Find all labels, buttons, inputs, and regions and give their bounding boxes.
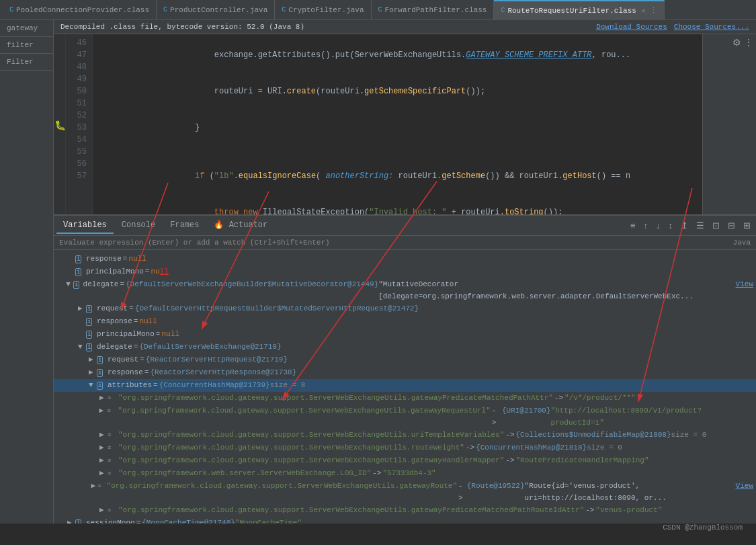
sidebar-item-gateway[interactable]: gateway (0, 20, 53, 37)
icon-attr-logid: ≡ (108, 467, 117, 480)
var-row-attr-route: ▶ ≡ "org.springframework.cloud.gateway.s… (54, 480, 756, 504)
code-line-47: routeUri = URI.create(routeUri.getScheme… (98, 73, 697, 110)
content-area: Decompiled .class file, bytecode version… (54, 20, 756, 523)
var-row-response1: i response = null (54, 253, 756, 265)
var-row-attr-routeid: ▶ ≡ "org.springframework.cloud.gateway.s… (54, 504, 756, 517)
code-content[interactable]: exchange.getAttributes().put(ServerWebEx… (93, 34, 702, 214)
var-row-response3: ▶ i response = {ReactorServerHttpRespons… (54, 366, 756, 379)
debug-btn-restore[interactable]: ⊟ (725, 219, 738, 232)
expand-attr-mapper[interactable]: ▶ (99, 454, 108, 466)
line-num-57: 57 (71, 170, 87, 182)
icon-principalmono2: i (86, 328, 95, 341)
expand-response3[interactable]: ▶ (89, 366, 97, 378)
gutter-icon-52 (54, 107, 66, 119)
editor-scrollbar: ⚙ ⋮ (702, 34, 756, 214)
line-num-54: 54 (71, 134, 87, 146)
var-row-attr-template: ▶ ≡ "org.springframework.cloud.gateway.s… (54, 429, 756, 442)
icon-attributes: i (97, 379, 106, 392)
code-line-50: if ("lb".equalsIgnoreCase( anotherString… (98, 158, 697, 194)
icon-attr-weight: ≡ (108, 442, 117, 454)
editor-settings-btn[interactable]: ⚙ (732, 37, 741, 48)
tab-route[interactable]: C RouteToRequestUriFilter.class ✕ ⋮ (494, 0, 664, 20)
expand-attr-route[interactable]: ▶ (91, 480, 98, 492)
line-numbers: 46 47 48 49 50 51 52 53 54 55 56 57 (66, 34, 93, 214)
var-row-request2: ▶ i request = {ReactorServerHttpRequest@… (54, 353, 756, 366)
tab-crypto[interactable]: C CryptoFilter.java (275, 0, 371, 20)
gutter-icon-56 (54, 155, 66, 167)
tab-icon-crypto: C (282, 6, 286, 13)
expand-sessionmono[interactable]: ▶ (67, 517, 75, 523)
expand-attr-template[interactable]: ▶ (99, 429, 108, 441)
var-row-attr-requesturl: ▶ ≡ "org.springframework.cloud.gateway.s… (54, 405, 756, 429)
icon-sessionmono: i (75, 517, 85, 523)
debug-btn-compare[interactable]: ⊡ (710, 219, 722, 232)
sidebar-item-filter1[interactable]: filter (0, 37, 53, 54)
icon-request1: i (86, 302, 95, 315)
code-line-46: exchange.getAttributes().put(ServerWebEx… (98, 37, 697, 73)
debugger-panel: Variables Console Frames 🔥 Actuator ≡ ↑ … (54, 214, 756, 523)
debug-tab-console[interactable]: Console (115, 218, 162, 234)
debug-btn-up[interactable]: ↑ (641, 219, 651, 232)
expression-bar: Evaluate expression (Enter) or add a wat… (54, 236, 756, 250)
expand-attr-requesturl[interactable]: ▶ (99, 405, 108, 417)
tab-close-route[interactable]: ✕ (642, 7, 646, 15)
debug-btn-hide[interactable]: ☰ (694, 219, 707, 232)
expand-attr-predicate[interactable]: ▶ (99, 392, 108, 404)
debug-btn-filter[interactable]: ≡ (628, 219, 638, 232)
debug-tab-variables[interactable]: Variables (56, 218, 114, 234)
watermark: CSDN @ZhangBlossom (663, 523, 743, 532)
editor-more-btn[interactable]: ⋮ (744, 37, 753, 48)
tab-pooled[interactable]: C PooledConnectionProvider.class (3, 0, 157, 20)
code-line-51: throw new IllegalStateException("Invalid… (98, 194, 697, 214)
download-sources-link[interactable]: Download Sources (596, 23, 667, 31)
sidebar-item-filter1-label: filter (7, 41, 34, 49)
var-row-request1: ▶ i request = {DefaultServerHttpRequestB… (54, 302, 756, 315)
tab-icon-pooled: C (9, 6, 13, 13)
var-row-attr-weight: ▶ ≡ "org.springframework.cloud.gateway.s… (54, 442, 756, 454)
line-num-53: 53 (71, 122, 87, 134)
tab-forward[interactable]: C ForwardPathFilter.class (372, 0, 495, 20)
line-num-55: 55 (71, 146, 87, 158)
gutter-area: 🐛 (54, 34, 66, 214)
gutter-icon-46 (54, 34, 66, 46)
debug-btn-step2[interactable]: ↥ (678, 219, 691, 232)
gutter-icon-50 (54, 83, 66, 95)
tab-menu-route[interactable]: ⋮ (650, 6, 657, 15)
gutter-icon-57 (54, 167, 66, 179)
debug-tab-actuator[interactable]: 🔥 Actuator (207, 217, 274, 234)
debug-btn-down[interactable]: ↓ (653, 219, 663, 232)
var-row-principalmono2: i principalMono = null (54, 328, 756, 341)
tab-label-product: ProductController.java (170, 6, 267, 14)
expand-delegate1[interactable]: ▼ (66, 278, 73, 290)
tab-label-crypto: CryptoFilter.java (288, 6, 364, 14)
sidebar-item-gateway-label: gateway (7, 24, 38, 32)
expand-request2[interactable]: ▶ (89, 353, 97, 366)
icon-attr-route: ≡ (97, 480, 105, 493)
tab-product[interactable]: C ProductController.java (157, 0, 275, 20)
gutter-icon-53-error: 🐛 (54, 119, 66, 131)
debug-tab-frames[interactable]: Frames (163, 218, 206, 234)
expand-attr-weight[interactable]: ▶ (99, 442, 108, 454)
expand-attributes[interactable]: ▼ (89, 379, 97, 391)
expand-request1[interactable]: ▶ (78, 302, 86, 315)
debug-btn-step[interactable]: ↕ (666, 219, 676, 232)
expand-delegate2[interactable]: ▼ (78, 341, 86, 353)
info-bar-text: Decompiled .class file, bytecode version… (60, 23, 304, 31)
sidebar-item-filter2[interactable]: Filter (0, 54, 53, 71)
variables-tree[interactable]: i response = null i principalMono = null (54, 250, 756, 523)
expand-attr-routeid[interactable]: ▶ (99, 504, 108, 516)
icon-attr-requesturl: ≡ (107, 405, 116, 417)
icon-request2: i (97, 353, 106, 366)
choose-sources-link[interactable]: Choose Sources... (674, 23, 749, 31)
expand-attr-logid[interactable]: ▶ (99, 467, 108, 479)
tabs-bar: C PooledConnectionProvider.class C Produ… (0, 0, 756, 20)
delegate1-view-link[interactable]: View (736, 278, 753, 290)
gutter-icon-49 (54, 71, 66, 83)
icon-response1: i (75, 253, 85, 265)
icon-response2: i (86, 315, 95, 328)
route-view-link[interactable]: View (736, 480, 753, 492)
debug-btn-split[interactable]: ⊞ (741, 219, 753, 232)
left-sidebar: gateway filter Filter (0, 20, 54, 523)
line-num-52: 52 (71, 110, 87, 122)
code-line-48: } (98, 110, 697, 146)
